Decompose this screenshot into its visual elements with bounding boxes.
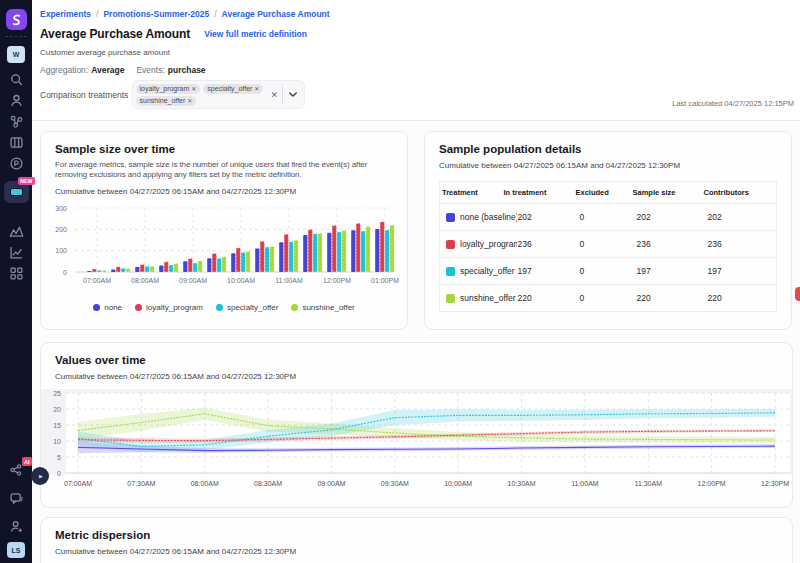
svg-text:0: 0 — [63, 268, 67, 275]
sidebar: W NEW — [0, 0, 32, 563]
experiments-icon[interactable] — [8, 223, 24, 239]
svg-text:0: 0 — [57, 470, 61, 477]
svg-text:10:00AM: 10:00AM — [227, 277, 255, 284]
chip-label: specialty_offer — [207, 85, 252, 92]
metric-definition-link[interactable]: View full metric definition — [204, 29, 307, 39]
legend-item[interactable]: specialty_offer — [216, 303, 278, 312]
treatment-chip[interactable]: specialty_offer✕ — [203, 84, 263, 94]
svg-text:11:00AM: 11:00AM — [275, 277, 303, 284]
line-chart-svg: 051015202507:00AM07:30AM08:00AM08:30AM09… — [41, 389, 792, 493]
new-badge: NEW — [18, 177, 34, 185]
values-over-time-card: Values over time Cumulative between 04/2… — [40, 342, 793, 508]
table-column-header: In treatment — [502, 182, 574, 204]
svg-text:200: 200 — [55, 226, 67, 233]
table-cell: 0 — [574, 231, 631, 258]
chevron-down-icon[interactable] — [283, 91, 303, 98]
chart-legend: noneloyalty_programspecialty_offersunshi… — [55, 303, 393, 312]
values-line-chart[interactable]: 051015202507:00AM07:30AM08:00AM08:30AM09… — [55, 389, 778, 497]
table-row: sunshine_offer2200220220 — [440, 285, 777, 312]
page-header: Experiments/Promotions-Summer-2025/Avera… — [32, 0, 800, 121]
treatment-color-swatch — [446, 267, 455, 276]
svg-text:08:00AM: 08:00AM — [131, 277, 159, 284]
right-edge-tab[interactable] — [795, 287, 800, 301]
treatment-name: loyalty_program — [460, 239, 517, 249]
svg-text:25: 25 — [53, 390, 61, 397]
svg-text:10:00AM: 10:00AM — [444, 480, 472, 487]
svg-text:08:00AM: 08:00AM — [191, 480, 219, 487]
breadcrumb-separator: / — [96, 9, 98, 19]
svg-text:09:30AM: 09:30AM — [381, 480, 409, 487]
card-cumulative: Cumulative between 04/27/2025 06:15AM an… — [55, 547, 778, 556]
svg-text:01:00PM: 01:00PM — [371, 277, 399, 284]
svg-text:09:00AM: 09:00AM — [317, 480, 345, 487]
card-title: Sample size over time — [55, 143, 393, 155]
events-value: purchase — [168, 65, 206, 75]
workspace-badge[interactable]: W — [7, 46, 25, 63]
table-row: loyalty_program2360236236 — [440, 231, 777, 258]
dashboards-icon[interactable] — [8, 265, 24, 281]
legend-label: none — [104, 303, 122, 312]
gates-icon[interactable] — [8, 113, 24, 129]
card-description: For average metrics, sample size is the … — [55, 160, 393, 181]
treatment-chip[interactable]: sunshine_offer✕ — [136, 96, 197, 106]
treatment-color-swatch — [446, 213, 455, 222]
breadcrumb-item[interactable]: Experiments — [40, 9, 91, 19]
users-icon[interactable] — [8, 92, 24, 108]
legend-dot — [216, 304, 223, 311]
table-cell: 197 — [631, 258, 702, 285]
avatar[interactable]: LS — [7, 542, 25, 558]
metrics-chart-icon[interactable] — [8, 244, 24, 260]
clear-all-icon[interactable]: ✕ — [266, 90, 282, 100]
sample-size-card: Sample size over time For average metric… — [40, 131, 408, 330]
aggregation-label: Aggregation: — [40, 65, 88, 75]
svg-text:5: 5 — [57, 454, 61, 461]
svg-text:12:00PM: 12:00PM — [698, 480, 726, 487]
chip-remove-icon[interactable]: ✕ — [254, 85, 259, 92]
legend-item[interactable]: loyalty_program — [135, 303, 203, 312]
bar-chart-svg: 010020030007:00AM08:00AM09:00AM10:00AM11… — [55, 204, 399, 296]
legend-item[interactable]: sunshine_offer — [291, 303, 354, 312]
chip-label: sunshine_offer — [140, 97, 186, 104]
table-cell: 0 — [574, 204, 631, 231]
chip-remove-icon[interactable]: ✕ — [187, 97, 192, 104]
card-title: Values over time — [55, 354, 778, 366]
svg-text:10:30AM: 10:30AM — [508, 480, 536, 487]
table-cell: 220 — [702, 285, 777, 312]
legend-dot — [291, 304, 298, 311]
page-subtitle: Customer average purchase amount — [40, 48, 792, 57]
population-details-card: Sample population details Cumulative bet… — [424, 131, 792, 330]
invite-user-icon[interactable] — [8, 518, 24, 534]
legend-item[interactable]: none — [93, 303, 122, 312]
sample-size-bar-chart[interactable]: 010020030007:00AM08:00AM09:00AM10:00AM11… — [55, 204, 393, 300]
treatment-name: sunshine_offer — [460, 293, 516, 303]
sidebar-collapse-handle[interactable]: ▶ — [31, 467, 49, 485]
treatment-name: specialty_offer — [460, 266, 515, 276]
columns-icon[interactable] — [8, 134, 24, 150]
treatment-name: none (baseline) — [460, 212, 517, 222]
metric-dispersion-card: Metric dispersion Cumulative between 04/… — [40, 517, 793, 563]
chip-remove-icon[interactable]: ✕ — [191, 85, 196, 92]
svg-text:08:30AM: 08:30AM — [254, 480, 282, 487]
breadcrumb-item[interactable]: Average Purchase Amount — [222, 9, 330, 19]
comparison-treatments-select[interactable]: loyalty_program✕specialty_offer✕sunshine… — [132, 80, 305, 109]
legend-label: sunshine_offer — [302, 303, 354, 312]
last-calculated: Last calculated 04/27/2025 12:15PM — [672, 99, 794, 108]
page-title: Average Purchase Amount — [40, 27, 190, 41]
aggregation-row: Aggregation: Average Events: purchase — [40, 65, 792, 75]
statsig-logo-icon[interactable] — [6, 9, 27, 30]
svg-text:12:30PM: 12:30PM — [761, 480, 789, 487]
ai-assist-icon[interactable]: AI — [8, 462, 24, 478]
card-title: Metric dispersion — [55, 529, 778, 541]
svg-text:07:00AM: 07:00AM — [64, 480, 92, 487]
table-row: none (baseline)2020202202 — [440, 204, 777, 231]
card-cumulative: Cumulative between 04/27/2025 06:15AM an… — [439, 161, 777, 170]
treatment-chip[interactable]: loyalty_program✕ — [136, 84, 201, 94]
search-icon[interactable] — [8, 71, 24, 87]
sidebar-item-active[interactable]: NEW — [4, 181, 29, 203]
breadcrumb-item[interactable]: Promotions-Summer-2025 — [103, 9, 209, 19]
help-chat-icon[interactable] — [8, 490, 24, 506]
pulse-icon[interactable] — [8, 155, 24, 171]
card-cumulative: Cumulative between 04/27/2025 06:15AM an… — [55, 187, 393, 196]
legend-dot — [93, 304, 100, 311]
table-cell: 0 — [574, 258, 631, 285]
